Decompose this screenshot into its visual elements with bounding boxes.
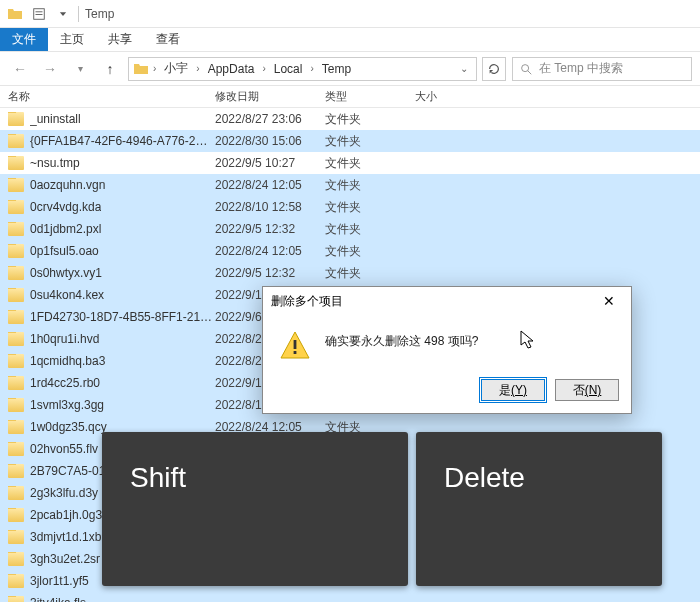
- cell-date: 2022/8/30 15:06: [215, 134, 325, 148]
- crumb-segment[interactable]: Local: [270, 62, 307, 76]
- file-name: 0d1jdbm2.pxl: [30, 222, 101, 236]
- search-input[interactable]: 在 Temp 中搜索: [512, 57, 692, 81]
- address-dropdown[interactable]: ⌄: [456, 63, 472, 74]
- folder-icon: [6, 5, 24, 23]
- yes-button[interactable]: 是(Y): [481, 379, 545, 401]
- folder-icon: [8, 134, 24, 148]
- chevron-right-icon[interactable]: ›: [308, 63, 315, 74]
- nav-back[interactable]: ←: [8, 57, 32, 81]
- column-date[interactable]: 修改日期: [215, 89, 325, 104]
- file-name: 1rd4cc25.rb0: [30, 376, 100, 390]
- cell-type: 文件夹: [325, 133, 415, 150]
- nav-recent[interactable]: ▾: [68, 57, 92, 81]
- cell-name: 1svml3xg.3gg: [0, 398, 215, 412]
- cell-name: 0aozquhn.vgn: [0, 178, 215, 192]
- file-name: _uninstall: [30, 112, 81, 126]
- no-key: (N): [585, 383, 602, 397]
- file-name: 0p1fsul5.oao: [30, 244, 99, 258]
- table-row[interactable]: ~nsu.tmp2022/9/5 10:27文件夹: [0, 152, 700, 174]
- column-name[interactable]: 名称: [0, 89, 215, 104]
- qat: [0, 5, 72, 23]
- file-name: 0s0hwtyx.vy1: [30, 266, 102, 280]
- table-row[interactable]: _uninstall2022/8/27 23:06文件夹: [0, 108, 700, 130]
- yes-key: (Y): [511, 383, 527, 397]
- chevron-right-icon[interactable]: ›: [260, 63, 267, 74]
- column-headers: 名称 修改日期 类型 大小: [0, 86, 700, 108]
- properties-icon[interactable]: [30, 5, 48, 23]
- dropdown-icon[interactable]: [54, 5, 72, 23]
- file-name: 0aozquhn.vgn: [30, 178, 105, 192]
- folder-icon: [8, 200, 24, 214]
- file-name: 1svml3xg.3gg: [30, 398, 104, 412]
- cell-name: {0FFA1B47-42F6-4946-A776-2CA55EC...: [0, 134, 215, 148]
- cell-date: 2022/8/10 12:58: [215, 200, 325, 214]
- table-row[interactable]: 0s0hwtyx.vy12022/9/5 12:32文件夹: [0, 262, 700, 284]
- refresh-button[interactable]: [482, 57, 506, 81]
- folder-icon: [8, 310, 24, 324]
- file-name: 3jlor1t1.yf5: [30, 574, 89, 588]
- cell-type: 文件夹: [325, 111, 415, 128]
- cell-type: 文件夹: [325, 155, 415, 172]
- cell-name: 1FD42730-18D7-4B55-8FF1-21CB1C9...: [0, 310, 215, 324]
- cell-type: 文件夹: [325, 177, 415, 194]
- table-row[interactable]: 3jtv4ika.fls: [0, 592, 700, 602]
- delete-dialog: 删除多个项目 ✕ 确实要永久删除这 498 项吗? 是(Y) 否(N): [262, 286, 632, 414]
- file-name: {0FFA1B47-42F6-4946-A776-2CA55EC...: [30, 134, 215, 148]
- tab-file[interactable]: 文件: [0, 28, 48, 51]
- cell-name: ~nsu.tmp: [0, 156, 215, 170]
- address-box[interactable]: › 小宇 › AppData › Local › Temp ⌄: [128, 57, 477, 81]
- cell-type: 文件夹: [325, 265, 415, 282]
- search-icon: [519, 62, 533, 76]
- crumb-segment[interactable]: Temp: [318, 62, 355, 76]
- table-row[interactable]: 0crv4vdg.kda2022/8/10 12:58文件夹: [0, 196, 700, 218]
- dialog-titlebar[interactable]: 删除多个项目 ✕: [263, 287, 631, 315]
- cursor-icon: [520, 330, 536, 350]
- dialog-title: 删除多个项目: [271, 293, 343, 310]
- table-row[interactable]: 0d1jdbm2.pxl2022/9/5 12:32文件夹: [0, 218, 700, 240]
- file-name: 0su4kon4.kex: [30, 288, 104, 302]
- key-label: Delete: [444, 462, 525, 494]
- cell-type: 文件夹: [325, 199, 415, 216]
- column-size[interactable]: 大小: [415, 89, 475, 104]
- folder-icon: [8, 222, 24, 236]
- separator: [78, 6, 79, 22]
- cell-name: 0p1fsul5.oao: [0, 244, 215, 258]
- folder-icon: [8, 288, 24, 302]
- tab-home[interactable]: 主页: [48, 28, 96, 51]
- file-name: 1w0dgz35.qcy: [30, 420, 107, 434]
- svg-line-4: [528, 70, 532, 74]
- folder-icon: [8, 464, 24, 478]
- chevron-right-icon[interactable]: ›: [194, 63, 201, 74]
- cell-type: 文件夹: [325, 243, 415, 260]
- tab-share[interactable]: 共享: [96, 28, 144, 51]
- cell-name: 1qcmidhq.ba3: [0, 354, 215, 368]
- table-row[interactable]: 0p1fsul5.oao2022/8/24 12:05文件夹: [0, 240, 700, 262]
- table-row[interactable]: {0FFA1B47-42F6-4946-A776-2CA55EC...2022/…: [0, 130, 700, 152]
- table-row[interactable]: 0aozquhn.vgn2022/8/24 12:05文件夹: [0, 174, 700, 196]
- cell-name: 1h0qru1i.hvd: [0, 332, 215, 346]
- cell-date: 2022/8/24 12:05: [215, 244, 325, 258]
- nav-up[interactable]: ↑: [98, 57, 122, 81]
- column-type[interactable]: 类型: [325, 89, 415, 104]
- file-name: 3gh3u2et.2sr: [30, 552, 100, 566]
- file-name: 1h0qru1i.hvd: [30, 332, 99, 346]
- chevron-right-icon[interactable]: ›: [151, 63, 158, 74]
- warning-icon: [279, 329, 311, 361]
- svg-rect-6: [294, 351, 297, 354]
- dialog-body: 确实要永久删除这 498 项吗?: [263, 315, 631, 371]
- window-titlebar: Temp: [0, 0, 700, 28]
- crumb-segment[interactable]: 小宇: [160, 60, 192, 77]
- yes-label: 是: [499, 382, 511, 399]
- svg-rect-2: [36, 14, 43, 15]
- nav-forward: →: [38, 57, 62, 81]
- cell-name: _uninstall: [0, 112, 215, 126]
- crumb-segment[interactable]: AppData: [204, 62, 259, 76]
- folder-icon: [8, 596, 24, 602]
- file-name: 0crv4vdg.kda: [30, 200, 101, 214]
- no-button[interactable]: 否(N): [555, 379, 619, 401]
- key-overlay-shift: Shift: [102, 432, 408, 586]
- window-title: Temp: [85, 7, 114, 21]
- folder-icon: [8, 420, 24, 434]
- tab-view[interactable]: 查看: [144, 28, 192, 51]
- close-button[interactable]: ✕: [595, 291, 623, 311]
